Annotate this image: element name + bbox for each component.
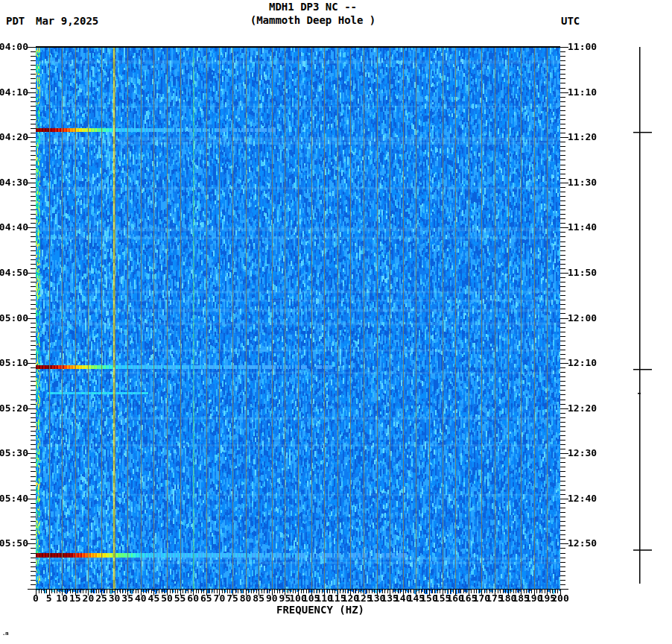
spectrogram-canvas xyxy=(0,41,672,622)
timezone-right-label: UTC xyxy=(561,15,580,27)
left-time-label: 05:30 xyxy=(0,448,28,458)
left-time-label: 05:10 xyxy=(0,358,28,368)
right-time-label: 11:00 xyxy=(568,42,597,52)
station-title: MDH1 DP3 NC -- xyxy=(201,1,425,13)
date-label: Mar 9,2025 xyxy=(36,15,98,27)
left-time-label: 04:20 xyxy=(0,132,28,142)
spectrogram-page: PDT Mar 9,2025 MDH1 DP3 NC -- (Mammoth D… xyxy=(0,0,672,644)
right-time-label: 11:50 xyxy=(568,268,597,278)
right-time-label: 11:10 xyxy=(568,87,597,98)
left-time-label: 04:40 xyxy=(0,222,28,233)
right-time-label: 12:40 xyxy=(568,493,597,504)
right-time-label: 11:40 xyxy=(568,222,597,233)
right-time-label: 11:30 xyxy=(568,177,597,188)
left-time-label: 05:00 xyxy=(0,313,28,323)
right-time-label: 12:00 xyxy=(568,313,597,323)
left-time-label: 04:10 xyxy=(0,87,28,98)
left-time-label: 05:20 xyxy=(0,403,28,414)
right-time-label: 12:50 xyxy=(568,538,597,549)
timezone-left-label: PDT xyxy=(6,15,25,27)
left-time-label: 05:50 xyxy=(0,538,28,549)
right-time-label: 12:30 xyxy=(568,448,597,458)
left-time-label: 04:00 xyxy=(0,42,28,52)
frequency-axis-label: FREQUENCY (HZ) xyxy=(224,604,417,616)
station-subtitle: (Mammoth Deep Hole ) xyxy=(201,14,425,26)
left-time-label: 05:40 xyxy=(0,493,28,504)
right-time-label: 11:20 xyxy=(568,132,597,142)
frequency-tick-label: 200 xyxy=(545,593,575,603)
corner-mark: .m xyxy=(2,631,8,637)
left-time-label: 04:30 xyxy=(0,177,28,188)
right-time-label: 12:10 xyxy=(568,358,597,368)
left-time-label: 04:50 xyxy=(0,268,28,278)
right-time-label: 12:20 xyxy=(568,403,597,414)
